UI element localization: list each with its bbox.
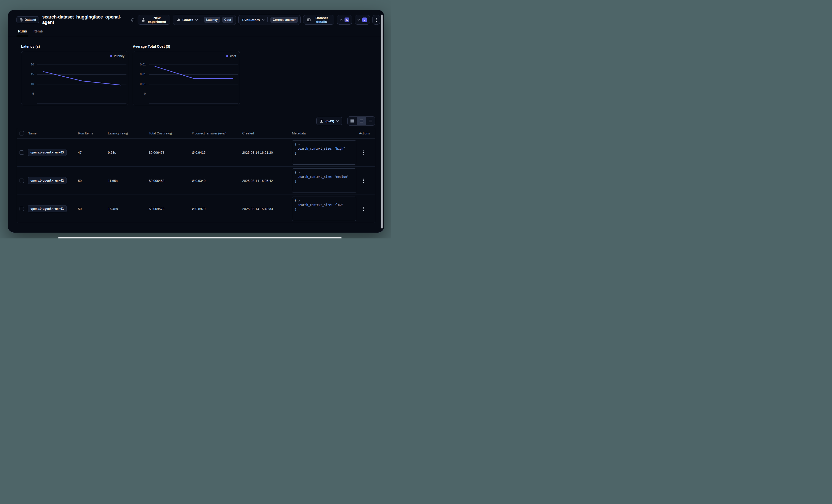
- column-header-correct-answer[interactable]: # correct_answer (eval): [192, 131, 242, 135]
- page-title: search-dataset_huggingface_openai-agent: [42, 15, 128, 25]
- correct-answer-value: Ø 0.8970: [192, 207, 242, 211]
- app-window: Dataset search-dataset_huggingface_opena…: [8, 10, 384, 233]
- kebab-icon: [363, 207, 364, 211]
- row-actions-menu[interactable]: [362, 149, 366, 156]
- total-cost-avg-value: $0.006458: [149, 179, 192, 183]
- chevron-down-icon: [336, 120, 339, 122]
- brace-open: {: [295, 142, 296, 147]
- total-cost-avg-value: $0.006478: [149, 151, 192, 155]
- metadata-entry: search_context_size: "low": [295, 203, 354, 207]
- correct-answer-value: Ø 0.9340: [192, 179, 242, 183]
- collapse-chevron-icon[interactable]: [297, 144, 300, 145]
- metadata-json[interactable]: { search_context_size: "medium" }: [292, 168, 356, 193]
- column-header-actions: Actions: [359, 131, 375, 135]
- nav-down-button[interactable]: J: [355, 15, 370, 25]
- divider: [267, 17, 268, 22]
- runs-table: Name Run Items Latency (avg) Total Cost …: [17, 128, 375, 223]
- table-row[interactable]: openai-agent-run-01 50 16.48s $0.009572 …: [17, 195, 375, 223]
- metadata-entry: search_context_size: "high": [295, 147, 354, 151]
- chart-title: Latency (s): [21, 45, 128, 49]
- header-actions: New experiment Charts Latency Cost Evalu…: [138, 15, 380, 25]
- key-badge-j: J: [362, 18, 367, 22]
- brace-close: }: [295, 179, 354, 184]
- tab-runs[interactable]: Runs: [18, 29, 27, 36]
- table-header: Name Run Items Latency (avg) Total Cost …: [17, 128, 375, 139]
- row-height-toggle: [347, 116, 375, 125]
- column-header-name[interactable]: Name: [28, 131, 78, 135]
- created-value: 2025-03-14 16:05:42: [242, 179, 292, 183]
- run-name-badge[interactable]: openai-agent-run-02: [28, 177, 67, 184]
- chevron-up-icon: [340, 19, 342, 21]
- nav-up-button[interactable]: K: [337, 15, 352, 25]
- kebab-icon: [363, 150, 364, 155]
- column-header-total-cost[interactable]: Total Cost (avg): [149, 131, 192, 135]
- column-header-run-items[interactable]: Run Items: [78, 131, 108, 135]
- brace-open: {: [295, 170, 296, 175]
- metadata-json[interactable]: { search_context_size: "low" }: [292, 197, 356, 221]
- rows-tall-icon: [369, 119, 372, 123]
- flask-icon: [141, 18, 145, 22]
- chart-card: latency 20 15 10 5: [21, 51, 128, 105]
- chart-chip-latency[interactable]: Latency: [204, 17, 220, 23]
- panel-icon: [307, 18, 311, 22]
- tab-items[interactable]: Items: [33, 29, 43, 36]
- kebab-icon: [376, 18, 377, 22]
- latency-avg-value: 11.65s: [108, 179, 149, 183]
- divider: [201, 17, 201, 22]
- column-selector-count: (6/49): [326, 119, 334, 123]
- info-icon[interactable]: [131, 18, 135, 22]
- new-experiment-button[interactable]: New experiment: [138, 15, 171, 25]
- correct-answer-value: Ø 0.9415: [192, 151, 242, 155]
- run-items-value: 50: [78, 207, 108, 211]
- row-height-small-button[interactable]: [347, 117, 357, 125]
- database-icon: [20, 18, 23, 22]
- metadata-entry: search_context_size: "medium": [295, 175, 354, 179]
- total-cost-avg-value: $0.009572: [149, 207, 192, 211]
- evaluator-chip-correct-answer[interactable]: Correct_answer: [270, 17, 298, 23]
- header-kebab-menu[interactable]: [372, 15, 380, 25]
- chevron-down-icon: [262, 19, 264, 21]
- row-actions-menu[interactable]: [362, 177, 366, 185]
- row-checkbox[interactable]: [20, 178, 24, 183]
- charts-control[interactable]: Charts Latency Cost: [173, 15, 236, 25]
- run-name-badge[interactable]: openai-agent-run-01: [28, 205, 67, 212]
- table-row[interactable]: openai-agent-run-02 50 11.65s $0.006458 …: [17, 167, 375, 195]
- key-badge-k: K: [344, 18, 349, 22]
- dataset-badge-label: Dataset: [25, 18, 36, 22]
- charts-section: Latency (s) latency 20 15 10 5: [8, 36, 384, 105]
- chart-title: Average Total Cost ($): [133, 45, 240, 49]
- chevron-down-icon: [358, 19, 360, 21]
- dataset-details-label: Dataset details: [313, 16, 331, 24]
- dataset-details-button[interactable]: Dataset details: [303, 15, 334, 25]
- kebab-icon: [363, 178, 364, 183]
- column-header-metadata[interactable]: Metadata: [292, 131, 359, 135]
- evaluators-button-label: Evaluators: [242, 18, 260, 22]
- row-actions-menu[interactable]: [362, 205, 366, 213]
- chevron-down-icon: [195, 19, 198, 21]
- row-height-medium-button[interactable]: [357, 117, 366, 125]
- metadata-json[interactable]: { search_context_size: "high" }: [292, 140, 356, 165]
- run-items-value: 50: [78, 179, 108, 183]
- table-row[interactable]: openai-agent-run-03 47 9.53s $0.006478 Ø…: [17, 139, 375, 167]
- scrollbar[interactable]: [381, 15, 383, 228]
- column-header-latency[interactable]: Latency (avg): [108, 131, 149, 135]
- select-all-checkbox[interactable]: [20, 131, 24, 136]
- run-name-badge[interactable]: openai-agent-run-03: [28, 149, 67, 156]
- row-height-large-button[interactable]: [366, 117, 375, 125]
- row-checkbox[interactable]: [20, 207, 24, 211]
- row-checkbox[interactable]: [20, 150, 24, 155]
- run-items-value: 47: [78, 151, 108, 155]
- charts-button-label: Charts: [182, 18, 193, 22]
- latency-avg-value: 9.53s: [108, 151, 149, 155]
- column-header-created[interactable]: Created: [242, 131, 292, 135]
- brace-open: {: [295, 199, 296, 203]
- brace-close: }: [295, 207, 354, 212]
- chart-chip-cost[interactable]: Cost: [222, 17, 234, 23]
- evaluators-control[interactable]: Evaluators Correct_answer: [238, 15, 301, 25]
- collapse-chevron-icon[interactable]: [297, 200, 300, 202]
- column-selector-button[interactable]: (6/49): [316, 117, 342, 125]
- header: Dataset search-dataset_huggingface_opena…: [17, 15, 380, 25]
- desktop: Dataset search-dataset_huggingface_opena…: [0, 0, 391, 239]
- new-experiment-label: New experiment: [147, 16, 166, 24]
- collapse-chevron-icon[interactable]: [297, 172, 300, 173]
